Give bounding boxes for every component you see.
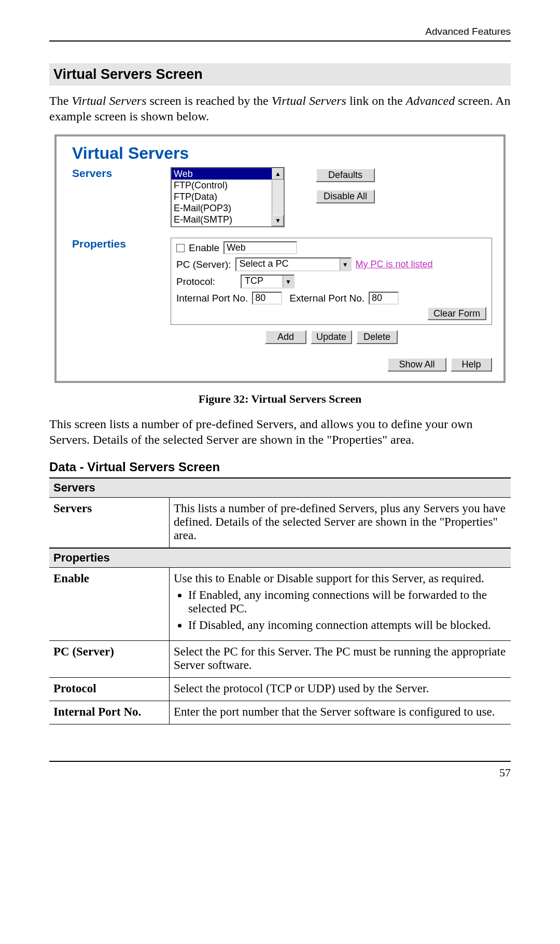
add-button[interactable]: Add <box>265 330 306 344</box>
post-screenshot-paragraph: This screen lists a number of pre-define… <box>49 416 511 447</box>
row-val: Select the PC for this Server. The PC mu… <box>169 641 511 678</box>
chevron-down-icon[interactable]: ▼ <box>283 276 293 288</box>
scroll-down-icon[interactable]: ▼ <box>272 215 284 226</box>
scroll-up-icon[interactable]: ▲ <box>272 168 284 180</box>
section-heading: Virtual Servers Screen <box>49 63 511 86</box>
header-divider <box>49 40 511 42</box>
help-button[interactable]: Help <box>451 358 492 372</box>
row-key: Servers <box>49 498 169 549</box>
clear-form-button[interactable]: Clear Form <box>427 307 486 320</box>
page-header: Advanced Features <box>49 26 511 40</box>
t: Advanced <box>406 94 455 107</box>
data-subheading: Data - Virtual Servers Screen <box>49 460 511 474</box>
t: link on the <box>346 94 406 107</box>
servers-listbox[interactable]: Web FTP(Control) FTP(Data) E-Mail(POP3) … <box>171 167 285 227</box>
t: screen is reached by the <box>147 94 272 107</box>
external-port-input[interactable]: 80 <box>369 292 399 305</box>
servers-section-label: Servers <box>72 167 171 180</box>
data-table: Servers Servers This lists a number of p… <box>49 477 511 724</box>
t: Use this to Enable or Disable support fo… <box>174 572 484 585</box>
defaults-button[interactable]: Defaults <box>316 168 375 182</box>
row-key: Enable <box>49 568 169 641</box>
delete-button[interactable]: Delete <box>356 330 398 344</box>
enable-checkbox[interactable] <box>176 244 185 252</box>
list-item[interactable]: Web <box>172 168 272 180</box>
dd-value: Select a PC <box>236 258 340 270</box>
row-key: Internal Port No. <box>49 701 169 724</box>
internal-port-label: Internal Port No. <box>176 293 248 304</box>
intro-paragraph: The Virtual Servers screen is reached by… <box>49 93 511 124</box>
bullet: If Enabled, any incoming connections wil… <box>188 589 507 615</box>
table-row: Enable Use this to Enable or Disable sup… <box>49 568 511 641</box>
scroll-track[interactable] <box>272 180 284 215</box>
my-pc-not-listed-link[interactable]: My PC is not listed <box>356 259 433 270</box>
row-val: Select the protocol (TCP or UDP) used by… <box>169 678 511 701</box>
row-val: This lists a number of pre-defined Serve… <box>169 498 511 549</box>
table-row: Servers This lists a number of pre-defin… <box>49 498 511 549</box>
internal-port-input[interactable]: 80 <box>252 292 282 305</box>
page-number: 57 <box>49 766 511 779</box>
list-item[interactable]: E-Mail(SMTP) <box>172 214 272 225</box>
embedded-screenshot: Virtual Servers Servers Web FTP(Control)… <box>54 134 506 383</box>
scrollbar[interactable]: ▲ ▼ <box>272 168 284 226</box>
list-item[interactable]: FTP(Data) <box>172 191 272 202</box>
protocol-select[interactable]: TCP ▼ <box>241 275 295 289</box>
show-all-button[interactable]: Show All <box>387 358 446 372</box>
row-val: Enter the port number that the Server so… <box>169 701 511 724</box>
dd-value: TCP <box>242 276 283 288</box>
chevron-down-icon[interactable]: ▼ <box>340 258 351 270</box>
pc-server-select[interactable]: Select a PC ▼ <box>235 257 352 271</box>
t: Virtual Servers <box>272 94 346 107</box>
properties-section-label: Properties <box>72 238 171 250</box>
t: Virtual Servers <box>72 94 146 107</box>
update-button[interactable]: Update <box>311 330 352 344</box>
list-item[interactable]: FTP(Control) <box>172 180 272 191</box>
bullet: If Disabled, any incoming connection att… <box>188 619 507 632</box>
external-port-label: External Port No. <box>289 293 365 304</box>
table-row: Internal Port No. Enter the port number … <box>49 701 511 724</box>
row-val: Use this to Enable or Disable support fo… <box>169 568 511 641</box>
row-key: PC (Server) <box>49 641 169 678</box>
pc-server-label: PC (Server): <box>176 259 231 270</box>
table-row: Protocol Select the protocol (TCP or UDP… <box>49 678 511 701</box>
t: The <box>49 94 72 107</box>
enable-label: Enable <box>189 242 219 254</box>
table-category-properties: Properties <box>49 548 511 568</box>
table-row: PC (Server) Select the PC for this Serve… <box>49 641 511 678</box>
panel-title: Virtual Servers <box>72 144 492 163</box>
properties-box: Enable Web PC (Server): Select a PC ▼ My… <box>171 238 492 325</box>
list-item[interactable]: E-Mail(POP3) <box>172 202 272 214</box>
enable-name-input[interactable]: Web <box>223 241 297 254</box>
footer-divider <box>49 761 511 762</box>
disable-all-button[interactable]: Disable All <box>316 189 375 203</box>
table-category-servers: Servers <box>49 478 511 498</box>
row-key: Protocol <box>49 678 169 701</box>
protocol-label: Protocol: <box>176 276 236 288</box>
figure-caption: Figure 32: Virtual Servers Screen <box>49 392 511 406</box>
